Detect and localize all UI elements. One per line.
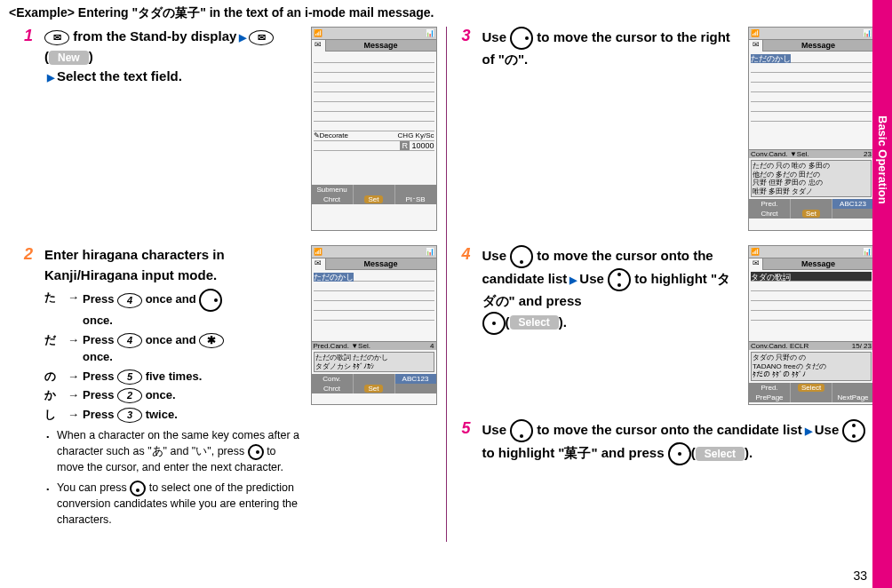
page-number: 33: [853, 568, 867, 583]
step5-text-b: to move the cursor onto the candidate li…: [533, 422, 802, 437]
softkey-pred: Pred.: [749, 199, 791, 209]
step4-paren2: ).: [559, 314, 567, 329]
input-text: タダの歌詞: [751, 272, 872, 282]
input-row-da: だ→ Press 4 once and ✱once.: [44, 331, 304, 366]
bullet-same-key: ･ When a character on the same key comes…: [44, 428, 304, 475]
candidates: タダの 只野の の: [753, 354, 870, 362]
sidebar-tab: Basic Operation: [872, 0, 892, 588]
bullet-prediction: ･ You can press to select one of the pre…: [44, 481, 304, 528]
softkey-submenu: Submenu: [312, 185, 354, 195]
nav-right-icon: [199, 289, 222, 312]
softkey-select: Select: [798, 384, 824, 392]
nav-updown-icon: [842, 419, 865, 442]
mail-icon: [44, 30, 69, 45]
softkey-set: Set: [364, 195, 382, 203]
triangle-icon: ▶: [239, 32, 246, 43]
select-button-label: Select: [510, 315, 559, 330]
step5-text-d: to highlight "菓子" and press: [482, 445, 668, 460]
nav-down-icon: [510, 419, 533, 442]
triangle-icon: ▶: [805, 425, 812, 436]
star-key-icon: ✱: [199, 333, 224, 348]
example-header: <Example> Entering "タダの菓子" in the text o…: [0, 0, 892, 27]
new-button-label: New: [49, 51, 89, 65]
candidates-line-2: タダノカシ ﾀﾀﾞﾉｶｼ: [315, 362, 433, 371]
input-text: ただのかし: [751, 54, 791, 63]
nav-down-icon: [510, 245, 533, 268]
step-number-1: 1: [18, 27, 39, 44]
step1-paren2: ): [89, 49, 93, 64]
step4-text-a: Use: [482, 248, 511, 263]
candidates: ただの 只の 唯の 多田の: [753, 162, 870, 171]
candidates-line-1: ただの歌詞 ただのかし: [315, 354, 433, 362]
softkey-abc: ABC123: [395, 374, 436, 384]
select-button-label: Select: [696, 447, 745, 461]
nav-right-icon: [510, 27, 533, 50]
char-count: 10000: [411, 141, 434, 150]
step-number-3: 3: [456, 27, 477, 44]
screenshot-4: 📶📊 ✉Message タダの歌詞 Conv.Cand. ECLR15/ 23 …: [748, 245, 874, 405]
step1-text-a: from the Stand-by display: [69, 28, 236, 44]
softkey-chrct: Chrct: [312, 195, 354, 204]
nav-down-icon: [130, 481, 146, 497]
msg-title: Message: [326, 40, 436, 52]
step-5: 5 Use to move the cursor onto the candid…: [456, 419, 875, 465]
step2-main: Enter hiragana characters in Kanji/Hirag…: [44, 245, 304, 285]
screenshot-1: 📶📊 ✉Message ✎Decorate CHG Ky/Sc R 10000 …: [311, 27, 437, 231]
softkey-plsb: PI･SB: [395, 195, 436, 204]
step5-paren: (: [691, 445, 696, 460]
input-text: ただのかし: [314, 273, 354, 282]
step-number-4: 4: [456, 245, 477, 263]
screenshot-3: 📶📊 ✉Message ただのかし Conv.Cand. ▼Sel.23 ただの…: [748, 27, 874, 231]
input-row-no: の→ Press 5 five times.: [44, 368, 304, 385]
nav-right-icon: [248, 444, 264, 460]
step-4: 4 Use to move the cursor onto the candid…: [456, 245, 875, 405]
step1-text-b: Select the text field.: [57, 68, 182, 83]
softkey-conv: Conv.: [312, 374, 354, 384]
screenshot-2: 📶📊 ✉Message ただのかし Pred.Cand. ▼Sel.4 ただの歌…: [311, 245, 437, 405]
decorate-row: ✎Decorate CHG Ky/Sc: [314, 131, 434, 141]
step-2: 2 Enter hiragana characters in Kanji/Hir…: [18, 245, 437, 528]
input-row-shi: し→ Press 3 twice.: [44, 406, 304, 424]
step4-text-c: Use: [579, 271, 608, 286]
step-number-2: 2: [18, 245, 39, 263]
step-number-5: 5: [456, 419, 477, 437]
mail-icon: [249, 30, 274, 45]
input-row-ka: か→ Press 2 once.: [44, 386, 304, 404]
step-3: 3 Use to move the cursor to the right of…: [456, 27, 875, 231]
triangle-icon: ▶: [569, 274, 577, 285]
step5-text-a: Use: [482, 422, 511, 437]
step3-text-a: Use: [482, 29, 511, 44]
r-badge: R: [400, 141, 410, 150]
input-row-ta: た→ Press 4 once and once.: [44, 289, 304, 330]
step5-text-c: Use: [815, 422, 843, 437]
ok-icon: [482, 312, 506, 335]
step-1: 1 from the Stand-by display▶(New) ▶Selec…: [18, 27, 437, 231]
softkey-nextpage: NextPage: [832, 393, 873, 402]
step4-paren: (: [506, 314, 510, 329]
ok-icon: [668, 442, 691, 465]
step5-paren2: ).: [745, 445, 753, 460]
softkey-prepage: PrePage: [749, 393, 791, 402]
nav-updown-icon: [608, 268, 631, 291]
triangle-icon: ▶: [47, 72, 54, 83]
